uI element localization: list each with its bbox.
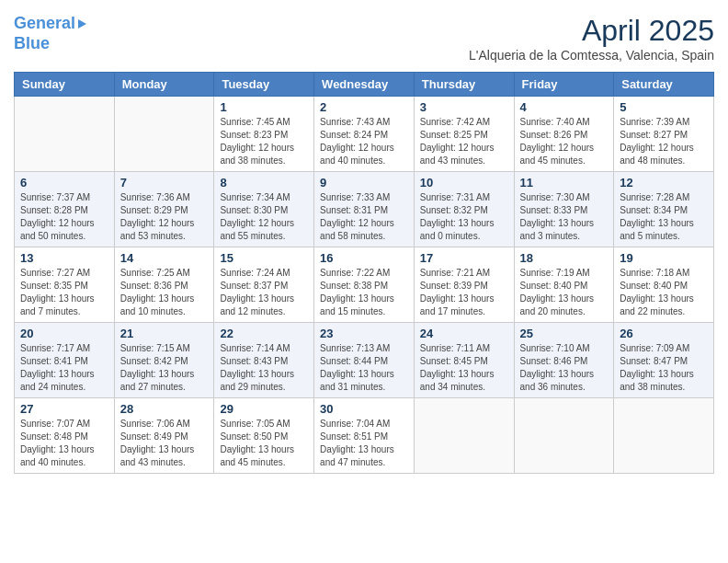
- day-info: Sunrise: 7:05 AM Sunset: 8:50 PM Dayligh…: [220, 418, 308, 469]
- day-info: Sunrise: 7:07 AM Sunset: 8:48 PM Dayligh…: [20, 418, 108, 469]
- day-number: 23: [320, 327, 408, 340]
- table-row: 30Sunrise: 7:04 AM Sunset: 8:51 PM Dayli…: [314, 398, 415, 474]
- table-row: 7Sunrise: 7:36 AM Sunset: 8:29 PM Daylig…: [114, 172, 214, 247]
- day-info: Sunrise: 7:42 AM Sunset: 8:25 PM Dayligh…: [420, 116, 508, 167]
- day-number: 29: [220, 402, 308, 416]
- col-wednesday: Wednesday: [314, 73, 415, 97]
- table-row: 10Sunrise: 7:31 AM Sunset: 8:32 PM Dayli…: [414, 172, 514, 247]
- table-row: [15, 97, 115, 172]
- table-row: 25Sunrise: 7:10 AM Sunset: 8:46 PM Dayli…: [514, 323, 614, 398]
- day-number: 17: [420, 251, 508, 265]
- day-number: 6: [20, 176, 108, 190]
- table-row: 4Sunrise: 7:40 AM Sunset: 8:26 PM Daylig…: [514, 97, 614, 172]
- col-sunday: Sunday: [15, 73, 115, 97]
- table-row: 26Sunrise: 7:09 AM Sunset: 8:47 PM Dayli…: [614, 323, 714, 398]
- day-number: 21: [120, 327, 209, 340]
- day-info: Sunrise: 7:31 AM Sunset: 8:32 PM Dayligh…: [420, 191, 508, 243]
- day-info: Sunrise: 7:28 AM Sunset: 8:34 PM Dayligh…: [620, 191, 708, 243]
- table-row: 9Sunrise: 7:33 AM Sunset: 8:31 PM Daylig…: [314, 172, 415, 247]
- day-number: 7: [120, 176, 209, 190]
- table-row: 24Sunrise: 7:11 AM Sunset: 8:45 PM Dayli…: [414, 323, 514, 398]
- day-number: 27: [20, 402, 108, 416]
- table-row: 8Sunrise: 7:34 AM Sunset: 8:30 PM Daylig…: [214, 172, 314, 247]
- day-number: 12: [620, 176, 708, 190]
- day-number: 4: [520, 100, 609, 114]
- month-title: April 2025: [469, 14, 714, 48]
- day-info: Sunrise: 7:06 AM Sunset: 8:49 PM Dayligh…: [120, 418, 209, 469]
- day-number: 15: [220, 251, 308, 265]
- table-row: 21Sunrise: 7:15 AM Sunset: 8:42 PM Dayli…: [114, 323, 214, 398]
- day-info: Sunrise: 7:45 AM Sunset: 8:23 PM Dayligh…: [220, 116, 308, 167]
- day-info: Sunrise: 7:36 AM Sunset: 8:29 PM Dayligh…: [120, 191, 209, 243]
- day-info: Sunrise: 7:17 AM Sunset: 8:41 PM Dayligh…: [20, 342, 108, 394]
- day-info: Sunrise: 7:25 AM Sunset: 8:36 PM Dayligh…: [120, 267, 209, 318]
- day-number: 1: [220, 100, 308, 114]
- table-row: 2Sunrise: 7:43 AM Sunset: 8:24 PM Daylig…: [314, 97, 415, 172]
- day-number: 13: [20, 251, 108, 265]
- table-row: [614, 398, 714, 474]
- location: L'Alqueria de la Comtessa, Valencia, Spa…: [469, 48, 714, 63]
- logo-line2: Blue: [14, 34, 86, 54]
- day-number: 26: [620, 327, 708, 340]
- col-thursday: Thursday: [414, 73, 514, 97]
- day-info: Sunrise: 7:13 AM Sunset: 8:44 PM Dayligh…: [320, 342, 408, 394]
- day-number: 30: [320, 402, 408, 416]
- calendar-week-row: 1Sunrise: 7:45 AM Sunset: 8:23 PM Daylig…: [15, 97, 714, 172]
- table-row: 1Sunrise: 7:45 AM Sunset: 8:23 PM Daylig…: [214, 97, 314, 172]
- table-row: 18Sunrise: 7:19 AM Sunset: 8:40 PM Dayli…: [514, 247, 614, 323]
- table-row: 5Sunrise: 7:39 AM Sunset: 8:27 PM Daylig…: [614, 97, 714, 172]
- day-info: Sunrise: 7:27 AM Sunset: 8:35 PM Dayligh…: [20, 267, 108, 318]
- day-info: Sunrise: 7:10 AM Sunset: 8:46 PM Dayligh…: [520, 342, 609, 394]
- day-number: 28: [120, 402, 209, 416]
- table-row: 20Sunrise: 7:17 AM Sunset: 8:41 PM Dayli…: [15, 323, 115, 398]
- col-friday: Friday: [514, 73, 614, 97]
- day-info: Sunrise: 7:18 AM Sunset: 8:40 PM Dayligh…: [620, 267, 708, 318]
- table-row: [514, 398, 614, 474]
- day-number: 25: [520, 327, 609, 340]
- col-monday: Monday: [114, 73, 214, 97]
- day-info: Sunrise: 7:37 AM Sunset: 8:28 PM Dayligh…: [20, 191, 108, 243]
- table-row: 14Sunrise: 7:25 AM Sunset: 8:36 PM Dayli…: [114, 247, 214, 323]
- header: General Blue April 2025 L'Alqueria de la…: [14, 14, 714, 63]
- day-info: Sunrise: 7:04 AM Sunset: 8:51 PM Dayligh…: [320, 418, 408, 469]
- day-info: Sunrise: 7:14 AM Sunset: 8:43 PM Dayligh…: [220, 342, 308, 394]
- logo: General Blue: [14, 14, 86, 53]
- calendar-table: Sunday Monday Tuesday Wednesday Thursday…: [14, 72, 714, 474]
- day-info: Sunrise: 7:40 AM Sunset: 8:26 PM Dayligh…: [520, 116, 609, 167]
- calendar-week-row: 6Sunrise: 7:37 AM Sunset: 8:28 PM Daylig…: [15, 172, 714, 247]
- logo-text: General: [14, 14, 86, 34]
- day-info: Sunrise: 7:34 AM Sunset: 8:30 PM Dayligh…: [220, 191, 308, 243]
- day-number: 5: [620, 100, 708, 114]
- day-number: 11: [520, 176, 609, 190]
- table-row: [114, 97, 214, 172]
- col-saturday: Saturday: [614, 73, 714, 97]
- table-row: 22Sunrise: 7:14 AM Sunset: 8:43 PM Dayli…: [214, 323, 314, 398]
- calendar-week-row: 27Sunrise: 7:07 AM Sunset: 8:48 PM Dayli…: [15, 398, 714, 474]
- day-number: 22: [220, 327, 308, 340]
- table-row: 27Sunrise: 7:07 AM Sunset: 8:48 PM Dayli…: [15, 398, 115, 474]
- table-row: 3Sunrise: 7:42 AM Sunset: 8:25 PM Daylig…: [414, 97, 514, 172]
- table-row: 15Sunrise: 7:24 AM Sunset: 8:37 PM Dayli…: [214, 247, 314, 323]
- day-info: Sunrise: 7:11 AM Sunset: 8:45 PM Dayligh…: [420, 342, 508, 394]
- day-info: Sunrise: 7:19 AM Sunset: 8:40 PM Dayligh…: [520, 267, 609, 318]
- day-info: Sunrise: 7:43 AM Sunset: 8:24 PM Dayligh…: [320, 116, 408, 167]
- day-number: 20: [20, 327, 108, 340]
- calendar-week-row: 13Sunrise: 7:27 AM Sunset: 8:35 PM Dayli…: [15, 247, 714, 323]
- title-section: April 2025 L'Alqueria de la Comtessa, Va…: [469, 14, 714, 63]
- day-number: 3: [420, 100, 508, 114]
- page: General Blue April 2025 L'Alqueria de la…: [0, 0, 728, 563]
- table-row: 12Sunrise: 7:28 AM Sunset: 8:34 PM Dayli…: [614, 172, 714, 247]
- day-info: Sunrise: 7:30 AM Sunset: 8:33 PM Dayligh…: [520, 191, 609, 243]
- calendar-week-row: 20Sunrise: 7:17 AM Sunset: 8:41 PM Dayli…: [15, 323, 714, 398]
- table-row: 11Sunrise: 7:30 AM Sunset: 8:33 PM Dayli…: [514, 172, 614, 247]
- day-info: Sunrise: 7:33 AM Sunset: 8:31 PM Dayligh…: [320, 191, 408, 243]
- col-tuesday: Tuesday: [214, 73, 314, 97]
- day-number: 19: [620, 251, 708, 265]
- table-row: [414, 398, 514, 474]
- table-row: 16Sunrise: 7:22 AM Sunset: 8:38 PM Dayli…: [314, 247, 415, 323]
- table-row: 19Sunrise: 7:18 AM Sunset: 8:40 PM Dayli…: [614, 247, 714, 323]
- table-row: 17Sunrise: 7:21 AM Sunset: 8:39 PM Dayli…: [414, 247, 514, 323]
- day-info: Sunrise: 7:39 AM Sunset: 8:27 PM Dayligh…: [620, 116, 708, 167]
- day-number: 10: [420, 176, 508, 190]
- day-number: 18: [520, 251, 609, 265]
